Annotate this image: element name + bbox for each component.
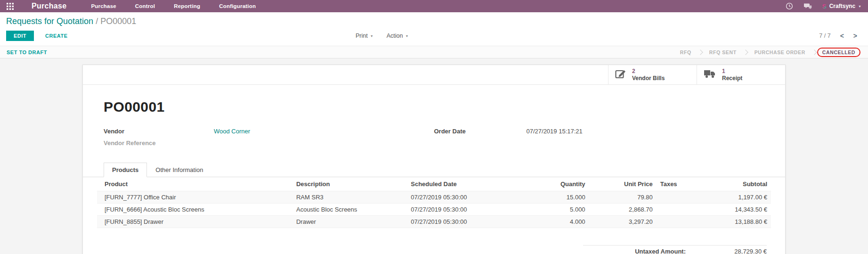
cell-unit-price: 79.80	[589, 191, 657, 204]
vendor-bills-count: 2	[632, 68, 665, 74]
apps-grid-icon[interactable]	[7, 3, 14, 10]
action-label: Action	[387, 33, 403, 39]
order-lines-table: Product Description Scheduled Date Quant…	[97, 177, 771, 228]
state-cancelled-annotated[interactable]: CANCELLED	[817, 48, 860, 57]
table-row[interactable]: [FURN_6666] Acoustic Bloc Screens Acoust…	[97, 204, 771, 216]
truck-icon	[704, 69, 716, 81]
cell-product: [FURN_8855] Drawer	[97, 216, 292, 228]
form-fields: Vendor Wood Corner Vendor Reference Orde…	[104, 128, 764, 151]
nav-menus: Purchase Control Reporting Configuration	[91, 3, 256, 9]
column-header-scheduled-date: Scheduled Date	[407, 177, 521, 191]
totals-section: Untaxed Amount: 28,729.30 € Taxes: 0.00 …	[83, 245, 785, 254]
cell-quantity: 4.000	[522, 216, 589, 228]
tab-products[interactable]: Products	[104, 163, 147, 177]
state-separator-chevron-icon	[743, 49, 748, 55]
order-date-field-value: 07/27/2019 15:17:21	[527, 128, 583, 135]
column-header-quantity: Quantity	[522, 177, 589, 191]
column-header-description: Description	[292, 177, 407, 191]
receipt-count: 1	[722, 68, 742, 74]
statusbar-states: RFQ RFQ SENT PURCHASE ORDER CANCELLED	[674, 48, 861, 57]
cell-taxes	[657, 216, 697, 228]
table-row[interactable]: [FURN_7777] Office Chair RAM SR3 07/27/2…	[97, 191, 771, 204]
cell-quantity: 15.000	[522, 191, 589, 204]
cell-description: Acoustic Bloc Screens	[292, 204, 407, 216]
smart-buttons-row: 2 Vendor Bills 1 Receipt	[83, 65, 785, 85]
state-rfq-sent[interactable]: RFQ SENT	[703, 49, 743, 55]
activity-clock-icon[interactable]	[786, 2, 793, 10]
print-label: Print	[356, 33, 368, 39]
breadcrumb-parent-link[interactable]: Requests for Quotation	[6, 16, 93, 26]
form-sheet: 2 Vendor Bills 1 Receipt PO00001 Ven	[82, 65, 786, 254]
caret-down-icon: ▼	[405, 34, 408, 38]
cell-subtotal: 14,343.50 €	[697, 204, 771, 216]
vendor-bills-label: Vendor Bills	[632, 75, 665, 82]
cell-description: RAM SR3	[292, 191, 407, 204]
breadcrumb-separator: /	[96, 16, 98, 26]
vendor-field-label: Vendor	[104, 128, 214, 135]
untaxed-amount-value: 28,729.30 €	[697, 248, 767, 254]
messages-chat-icon[interactable]	[803, 3, 812, 10]
caret-down-icon: ▼	[370, 34, 373, 38]
pager-previous-icon[interactable]: <	[840, 33, 844, 39]
nav-menu-reporting[interactable]: Reporting	[174, 3, 200, 9]
print-dropdown[interactable]: Print ▼	[356, 33, 373, 39]
user-menu[interactable]: S Craftsync ▼	[822, 3, 861, 10]
cell-description: Drawer	[292, 216, 407, 228]
nav-menu-configuration[interactable]: Configuration	[219, 3, 256, 9]
action-dropdown[interactable]: Action ▼	[387, 33, 409, 39]
cell-product: [FURN_6666] Acoustic Bloc Screens	[97, 204, 292, 216]
cell-scheduled-date: 07/27/2019 05:30:00	[407, 216, 521, 228]
table-header-row: Product Description Scheduled Date Quant…	[97, 177, 771, 191]
nav-menu-control[interactable]: Control	[135, 3, 155, 9]
user-name: Craftsync	[829, 3, 855, 9]
receipt-smart-button[interactable]: 1 Receipt	[697, 65, 785, 84]
cell-taxes	[657, 191, 697, 204]
state-rfq[interactable]: RFQ	[674, 49, 698, 55]
state-separator-chevron-icon	[698, 49, 703, 55]
table-row[interactable]: [FURN_8855] Drawer Drawer 07/27/2019 05:…	[97, 216, 771, 228]
control-panel: Requests for Quotation / PO00001 EDIT CR…	[0, 12, 868, 46]
cell-taxes	[657, 204, 697, 216]
caret-down-icon: ▼	[858, 5, 861, 8]
column-header-taxes: Taxes	[657, 177, 697, 191]
column-header-unit-price: Unit Price	[589, 177, 657, 191]
top-navbar: Purchase Purchase Control Reporting Conf…	[0, 0, 868, 12]
tab-other-information[interactable]: Other Information	[147, 163, 211, 177]
column-header-subtotal: Subtotal	[697, 177, 771, 191]
vendor-bills-smart-button[interactable]: 2 Vendor Bills	[608, 65, 697, 84]
statusbar: SET TO DRAFT RFQ RFQ SENT PURCHASE ORDER…	[0, 46, 868, 58]
breadcrumb-current: PO00001	[100, 16, 136, 26]
cell-subtotal: 1,197.00 €	[697, 191, 771, 204]
app-brand-title: Purchase	[32, 2, 66, 10]
cell-scheduled-date: 07/27/2019 05:30:00	[407, 204, 521, 216]
record-pager: 7 / 7 < >	[819, 33, 862, 39]
set-to-draft-button[interactable]: SET TO DRAFT	[7, 49, 47, 55]
edit-button[interactable]: EDIT	[6, 31, 34, 41]
pencil-square-icon	[615, 69, 626, 81]
form-view-content: 2 Vendor Bills 1 Receipt PO00001 Ven	[0, 58, 868, 254]
cell-subtotal: 13,188.80 €	[697, 216, 771, 228]
cell-unit-price: 2,868.70	[589, 204, 657, 216]
notebook-tabs: Products Other Information	[83, 163, 785, 177]
cell-quantity: 5.000	[522, 204, 589, 216]
cell-scheduled-date: 07/27/2019 05:30:00	[407, 191, 521, 204]
receipt-label: Receipt	[722, 75, 742, 82]
cell-unit-price: 3,297.20	[589, 216, 657, 228]
pager-count: 7 / 7	[819, 33, 830, 39]
document-title: PO00001	[104, 99, 764, 115]
vendor-field-value-link[interactable]: Wood Corner	[214, 128, 250, 135]
state-separator-chevron-icon	[811, 49, 817, 55]
state-purchase-order[interactable]: PURCHASE ORDER	[748, 49, 811, 55]
order-date-field-label: Order Date	[434, 128, 527, 135]
column-header-product: Product	[97, 177, 292, 191]
untaxed-amount-label: Untaxed Amount:	[583, 248, 697, 254]
cell-product: [FURN_7777] Office Chair	[97, 191, 292, 204]
pager-next-icon[interactable]: >	[853, 33, 857, 39]
craftsync-logo: S	[822, 3, 827, 10]
nav-menu-purchase[interactable]: Purchase	[91, 3, 116, 9]
vendor-reference-field-label: Vendor Reference	[104, 139, 214, 147]
breadcrumb: Requests for Quotation / PO00001	[6, 16, 862, 26]
create-button[interactable]: CREATE	[45, 33, 67, 39]
